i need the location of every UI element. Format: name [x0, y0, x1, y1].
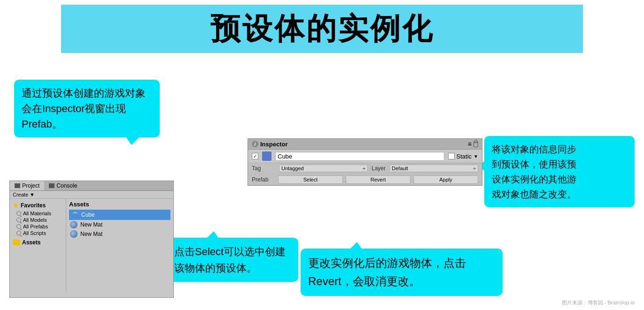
object-name-input[interactable]: [275, 152, 444, 161]
asset-cube-label: Cube: [81, 212, 95, 218]
prefab-row: Prefab Select Revert Apply: [248, 174, 482, 185]
info-icon: i: [252, 141, 258, 147]
all-scripts-label: All Scripts: [23, 230, 46, 236]
sidebar-item-prefabs[interactable]: All Prefabs: [10, 223, 66, 230]
title-bar: 预设体的实例化: [61, 5, 583, 53]
all-prefabs-label: All Prefabs: [23, 224, 48, 229]
assets-title: Assets: [69, 201, 171, 208]
inspector-panel: i Inspector ≡ ✓ Static ▼ Tag Untagged ÷ …: [248, 138, 482, 186]
static-label: Static: [457, 153, 472, 160]
prefab-label: Prefab: [252, 176, 275, 183]
project-tab-icon: [15, 183, 20, 188]
inspector-controls: ≡: [468, 140, 478, 148]
inspector-name-row: ✓ Static ▼: [248, 150, 482, 163]
asset-cube[interactable]: Cube: [69, 210, 171, 220]
asset-newmat2[interactable]: New Mat: [69, 229, 171, 239]
static-dropdown-arrow[interactable]: ▼: [473, 154, 478, 159]
assets-folder-label: Assets: [22, 239, 40, 246]
inspector-title-row: i Inspector: [252, 141, 288, 148]
tag-row: Tag Untagged ÷ Layer Default ÷: [248, 163, 482, 174]
favorites-section: ★ Favorites: [10, 201, 66, 210]
tag-label: Tag: [252, 165, 275, 172]
project-content: ★ Favorites All Materials All Models All…: [10, 199, 173, 293]
assets-folder[interactable]: Assets: [10, 238, 66, 247]
project-toolbar: Create ▼: [10, 191, 173, 199]
inspector-title: Inspector: [260, 141, 288, 148]
asset-newmat1[interactable]: New Mat: [69, 220, 171, 229]
sidebar-item-models[interactable]: All Models: [10, 217, 66, 223]
callout-right-line2: 到预设体，使用该预: [492, 159, 576, 169]
search-icon-scripts: [16, 231, 21, 235]
callout-bottomleft: 点击Select可以选中创建该物体的预设体。: [167, 238, 298, 282]
lock-icon[interactable]: [473, 142, 478, 147]
star-icon: ★: [13, 202, 19, 209]
project-panel: Project Console Create ▼ ★ Favorites All…: [9, 181, 174, 298]
callout-right-line1: 将该对象的信息同步: [492, 144, 576, 154]
callout-topleft-text: 通过预设体创建的游戏对象会在Inspector视窗出现Prefab。: [22, 87, 146, 130]
callout-right-line3: 设体实例化的其他游: [492, 174, 576, 184]
search-icon-prefabs: [16, 224, 21, 229]
callout-bottomcenter: 更改实例化后的游戏物体，点击Revert，会取消更改。: [301, 249, 503, 296]
all-models-label: All Models: [23, 217, 47, 223]
tag-dropdown[interactable]: Untagged ÷: [279, 165, 368, 172]
sidebar-item-materials[interactable]: All Materials: [10, 210, 66, 217]
revert-button[interactable]: Revert: [346, 175, 411, 184]
select-button[interactable]: Select: [278, 175, 343, 184]
tab-console-label: Console: [56, 182, 77, 189]
layer-dropdown[interactable]: Default ÷: [389, 165, 478, 172]
callout-topleft: 通过预设体创建的游戏对象会在Inspector视窗出现Prefab。: [14, 80, 160, 137]
project-left-panel: ★ Favorites All Materials All Models All…: [10, 199, 66, 293]
favorites-label: Favorites: [21, 202, 46, 209]
asset-newmat2-label: New Mat: [80, 231, 102, 237]
console-tab-icon: [49, 183, 54, 188]
sidebar-item-scripts[interactable]: All Scripts: [10, 230, 66, 236]
tab-project-label: Project: [22, 182, 39, 189]
inspector-header: i Inspector ≡: [248, 139, 482, 150]
static-checkbox[interactable]: [448, 153, 455, 159]
static-row: Static ▼: [448, 153, 478, 160]
callout-bottomcenter-text: 更改实例化后的游戏物体，点击Revert，会取消更改。: [308, 257, 466, 287]
callout-bottomleft-text: 点击Select可以选中创建该物体的预设体。: [174, 246, 286, 274]
asset-newmat1-label: New Mat: [80, 221, 102, 228]
callout-right-line4: 戏对象也随之改变。: [492, 189, 576, 199]
active-checkbox[interactable]: ✓: [252, 153, 258, 159]
inspector-menu-icon[interactable]: ≡: [468, 140, 472, 148]
apply-button[interactable]: Apply: [413, 175, 478, 184]
project-panel-tabs: Project Console: [10, 181, 173, 191]
layer-label: Layer: [372, 165, 386, 172]
tab-console[interactable]: Console: [44, 181, 82, 190]
layer-dropdown-arrow: ÷: [473, 166, 476, 171]
create-button[interactable]: Create ▼: [13, 192, 35, 197]
page-title: 预设体的实例化: [61, 8, 583, 49]
callout-right: 将该对象的信息同步 到预设体，使用该预 设体实例化的其他游 戏对象也随之改变。: [484, 136, 635, 207]
mat-icon-2: [70, 230, 78, 238]
all-materials-label: All Materials: [23, 211, 51, 216]
layer-value: Default: [392, 166, 408, 171]
cube-3d-icon: [262, 151, 272, 161]
mat-icon-1: [70, 221, 78, 228]
search-icon-models: [16, 218, 21, 222]
tab-project[interactable]: Project: [10, 181, 44, 190]
project-right-panel: Assets Cube New Mat New Mat: [66, 199, 173, 293]
watermark: 图片来源：博客园 - Brainslop.io: [562, 299, 635, 306]
cube-icon: [70, 211, 78, 219]
tag-value: Untagged: [281, 166, 304, 171]
search-icon-materials: [16, 211, 21, 216]
tag-dropdown-arrow: ÷: [363, 166, 365, 171]
folder-icon: [13, 240, 20, 245]
